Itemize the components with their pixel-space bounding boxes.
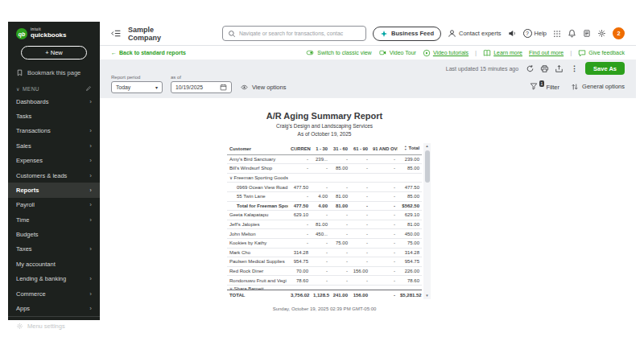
back-to-standard-reports-link[interactable]: ← Back to standard reports (111, 50, 186, 55)
find-out-more-link[interactable]: Find out more (529, 50, 564, 55)
amount-cell: - (330, 266, 350, 276)
quickbooks-logo[interactable]: qb intuit quickbooks (8, 22, 100, 43)
scroll-down-icon[interactable]: ▼ (425, 294, 428, 298)
sidebar-item-sales[interactable]: Sales› (8, 138, 100, 153)
save-as-button[interactable]: Save As (585, 62, 625, 75)
chevron-down-icon[interactable]: ∨ (229, 286, 234, 290)
company-name[interactable]: Sample Company (128, 26, 184, 42)
chevron-down-icon[interactable]: ∨ (16, 86, 20, 92)
contact-experts-label: Contact experts (459, 30, 502, 37)
amount-cell: - (330, 257, 350, 267)
edit-menu-button[interactable] (85, 85, 92, 92)
sidebar-item-commerce[interactable]: Commerce› (8, 286, 100, 301)
search-input[interactable] (239, 31, 361, 36)
settings-button[interactable] (597, 29, 606, 38)
vertical-scrollbar[interactable]: ▲ ▼ (423, 143, 431, 299)
as-of-date-input[interactable]: 10/19/2025 (171, 81, 232, 93)
scrollbar-thumb[interactable] (425, 150, 430, 183)
sidebar-item-lending-banking[interactable]: Lending & banking› (8, 272, 100, 286)
video-camera-icon (378, 49, 387, 56)
sidebar-item-expenses[interactable]: Expenses› (8, 154, 100, 168)
table-row[interactable]: 0969 Ocean View Road477.50----477.50 (227, 183, 422, 192)
sidebar-item-time[interactable]: Time› (8, 212, 100, 227)
sidebar-item-apps[interactable]: Apps› (8, 301, 100, 315)
sidebar-item-budgets[interactable]: Budgets (8, 227, 100, 241)
report-asof: As of October 19, 2025 (227, 131, 422, 138)
video-tour-link[interactable]: Video Tour (378, 49, 416, 56)
report-period-label: Report period (111, 75, 163, 80)
business-feed-button[interactable]: Business Feed (373, 27, 441, 41)
table-row[interactable]: John Melton-450...---450.00 (227, 229, 422, 239)
sidebar-item-customers-leads[interactable]: Customers & leads› (8, 168, 100, 183)
video-tutorials-link[interactable]: Video tutorials (423, 49, 469, 57)
sidebar-item-payroll[interactable]: Payroll› (8, 198, 100, 212)
col-total[interactable]: ▲▼Total (398, 143, 422, 154)
table-row[interactable]: Paulsen Medical Supplies954.75----954.75 (227, 257, 422, 267)
col-91-and-over[interactable]: 91 AND OVER (370, 143, 398, 154)
print-button[interactable] (540, 64, 549, 73)
gear-icon (597, 29, 606, 38)
filter-badge: 1 (539, 80, 545, 87)
chevron-down-icon[interactable]: ∨ (229, 175, 234, 180)
table-row[interactable]: ∨ Freeman Sporting Goods (227, 173, 422, 183)
sidebar-item-reports[interactable]: Reports› (8, 183, 100, 197)
contact-experts-button[interactable]: Contact experts (448, 29, 502, 38)
user-avatar[interactable]: 2 (613, 27, 625, 39)
amount-cell (370, 173, 398, 183)
amount-cell: - (330, 220, 350, 229)
filter-button[interactable]: 1 Filter (530, 82, 559, 91)
general-options-button[interactable]: General options (571, 83, 625, 91)
col-customer[interactable]: Customer (227, 143, 288, 154)
new-button[interactable]: + New (21, 46, 87, 60)
announcements-button[interactable] (508, 29, 517, 38)
bookmark-this-page-button[interactable]: Bookmark this page (8, 66, 100, 80)
sidebar-item-transactions[interactable]: Transactions› (8, 124, 100, 138)
table-row[interactable]: Rondonuwu Fruit and Vegi78.60----78.60 (227, 276, 422, 286)
amount-cell: 85.00 (398, 191, 422, 201)
collapse-sidebar-button[interactable] (111, 28, 122, 39)
table-row[interactable]: Geeta Kalapatapu629.10----629.10 (227, 211, 422, 220)
chevron-right-icon: › (89, 158, 92, 163)
table-row[interactable]: Mark Cho314.28----314.28 (227, 248, 422, 257)
export-button[interactable] (555, 64, 564, 73)
help-button[interactable]: ? Help (523, 29, 547, 38)
menu-settings-button[interactable]: Menu settings (8, 316, 100, 335)
report: A/R Aging Summary Report Craig's Design … (227, 111, 422, 311)
report-filters-row: Report period Today ▾ as of 10/19/2025 V (111, 75, 625, 93)
notifications-button[interactable] (568, 29, 576, 38)
table-row[interactable]: Red Rock Diner70.00--156.00-226.00 (227, 266, 422, 276)
amount-cell: - (350, 183, 370, 192)
table-row[interactable]: Kookies by Kathy--75.00--75.00 (227, 238, 422, 248)
sidebar-item-dashboards[interactable]: Dashboards› (8, 94, 100, 109)
table-row[interactable]: 55 Twin Lane-4.0081.00--85.00 (227, 191, 422, 201)
sidebar-item-tasks[interactable]: Tasks (8, 109, 100, 123)
col-31-60[interactable]: 31 - 60 (330, 143, 350, 154)
chevron-right-icon: › (89, 306, 92, 311)
search-box[interactable] (222, 26, 366, 41)
more-options-button[interactable]: ⋮ (569, 64, 580, 73)
amount-cell: - (288, 191, 311, 201)
sidebar-item-label: Lending & banking (16, 275, 66, 282)
table-row[interactable]: Bill's Windsurf Shop--85.00--85.00 (227, 164, 422, 174)
learn-more-link[interactable]: Learn more (483, 49, 522, 57)
scrollbar-track[interactable] (423, 149, 431, 294)
view-options-button[interactable]: View options (240, 84, 286, 93)
calendar-icon (220, 84, 227, 91)
table-row[interactable]: Amy's Bird Sanctuary-239...---239.00 (227, 154, 422, 164)
filter-group: 1 Filter General options (530, 82, 625, 93)
table-row[interactable]: Jeff's Jalopies-81.00---81.00 (227, 220, 422, 229)
report-period-select[interactable]: Today ▾ (111, 81, 163, 93)
col-current[interactable]: CURRENT (288, 143, 311, 154)
switch-to-classic-view-link[interactable]: Switch to classic view (305, 49, 371, 56)
give-feedback-link[interactable]: Give feedback (578, 49, 625, 57)
sidebar-item-taxes[interactable]: Taxes› (8, 242, 100, 257)
col-1-30[interactable]: 1 - 30 (311, 143, 330, 154)
col-61-90[interactable]: 61 - 90 (350, 143, 370, 154)
table-header-row: Customer CURRENT 1 - 30 31 - 60 61 - 90 … (227, 143, 422, 154)
sidebar-item-my-accountant[interactable]: My accountant (8, 257, 100, 271)
amount-cell: 477.50 (398, 183, 422, 192)
amount-cell (330, 173, 350, 183)
refresh-button[interactable] (526, 64, 535, 73)
tasks-button[interactable] (583, 29, 591, 38)
apps-grid-button[interactable] (553, 30, 561, 38)
